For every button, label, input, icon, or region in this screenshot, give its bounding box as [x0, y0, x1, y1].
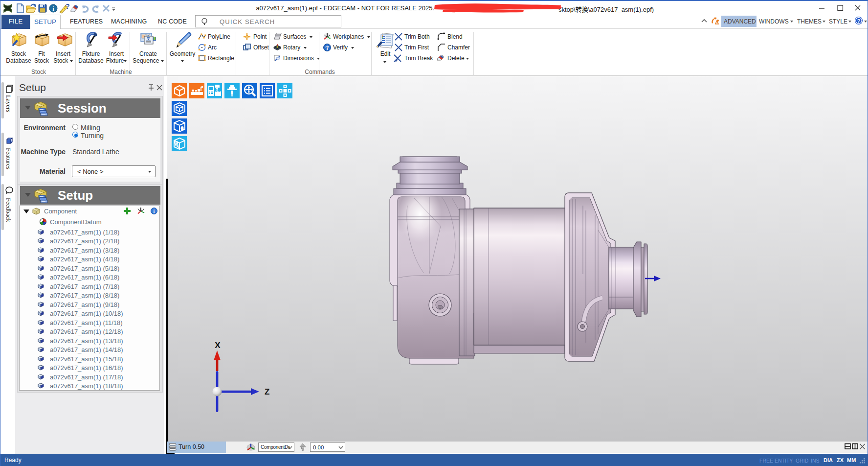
svg-text:Z: Z [265, 387, 269, 396]
svg-text:i: i [326, 45, 328, 51]
svg-text:?: ? [66, 3, 70, 10]
svg-text:?: ? [857, 18, 860, 24]
svg-text:i: i [154, 209, 155, 214]
svg-text:X: X [215, 341, 221, 350]
svg-text:i: i [52, 5, 54, 12]
